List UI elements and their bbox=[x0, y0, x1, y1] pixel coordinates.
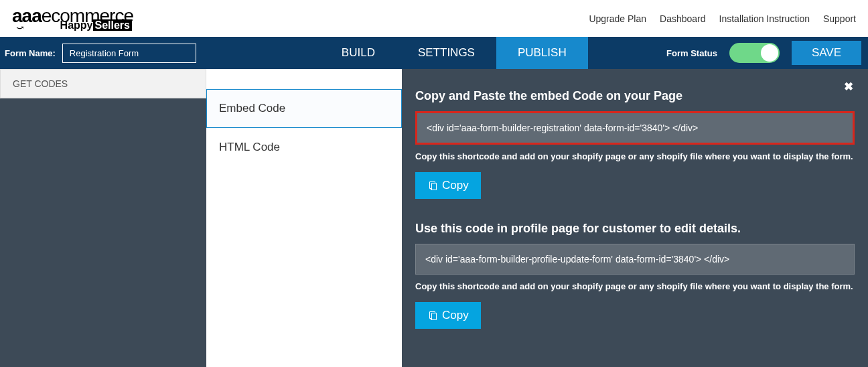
nav-support[interactable]: Support bbox=[823, 13, 856, 24]
right-panel: ✖ Copy and Paste the embed Code on your … bbox=[402, 69, 868, 367]
nav-upgrade-plan[interactable]: Upgrade Plan bbox=[589, 13, 646, 24]
top-nav: Upgrade Plan Dashboard Installation Inst… bbox=[589, 13, 856, 24]
copy-embed-button[interactable]: Copy bbox=[415, 172, 481, 199]
copy-icon bbox=[427, 310, 438, 321]
embed-code-hint: Copy this shortcode and add on your shop… bbox=[415, 151, 855, 161]
copy-profile-button[interactable]: Copy bbox=[415, 302, 481, 329]
panel-heading-profile: Use this code in profile page for custom… bbox=[415, 222, 855, 236]
embed-code-box[interactable]: <div id='aaa-form-builder-registration' … bbox=[415, 111, 855, 145]
code-type-embed[interactable]: Embed Code bbox=[206, 89, 402, 128]
logo-happy: Happy bbox=[60, 19, 93, 31]
toggle-knob bbox=[761, 44, 778, 62]
copy-profile-label: Copy bbox=[442, 309, 469, 322]
tab-build[interactable]: BUILD bbox=[320, 37, 396, 69]
form-name-input[interactable] bbox=[62, 44, 196, 63]
nav-dashboard[interactable]: Dashboard bbox=[660, 13, 706, 24]
form-name-label: Form Name: bbox=[5, 48, 56, 58]
logo[interactable]: aaaecommerce ⤻ HappySellers bbox=[12, 7, 133, 31]
save-button[interactable]: SAVE bbox=[792, 41, 861, 65]
close-icon[interactable]: ✖ bbox=[844, 80, 853, 94]
form-status-label: Form Status bbox=[666, 48, 717, 58]
panel-heading-embed: Copy and Paste the embed Code on your Pa… bbox=[415, 89, 855, 103]
sidebar-get-codes[interactable]: GET CODES bbox=[0, 69, 206, 98]
profile-code-box[interactable]: <div id='aaa-form-builder-profile-update… bbox=[415, 244, 855, 275]
profile-code-hint: Copy this shortcode and add on your shop… bbox=[415, 281, 855, 291]
nav-installation[interactable]: Installation Instruction bbox=[719, 13, 810, 24]
left-sidebar: GET CODES bbox=[0, 69, 206, 367]
copy-embed-label: Copy bbox=[442, 179, 469, 192]
code-type-html[interactable]: HTML Code bbox=[206, 128, 402, 167]
tab-settings[interactable]: SETTINGS bbox=[396, 37, 496, 69]
tab-publish[interactable]: PUBLISH bbox=[496, 37, 588, 69]
copy-icon bbox=[427, 180, 438, 191]
form-status-toggle[interactable] bbox=[729, 43, 780, 63]
middle-panel: Embed Code HTML Code bbox=[206, 69, 402, 367]
logo-sellers: Sellers bbox=[93, 19, 132, 31]
